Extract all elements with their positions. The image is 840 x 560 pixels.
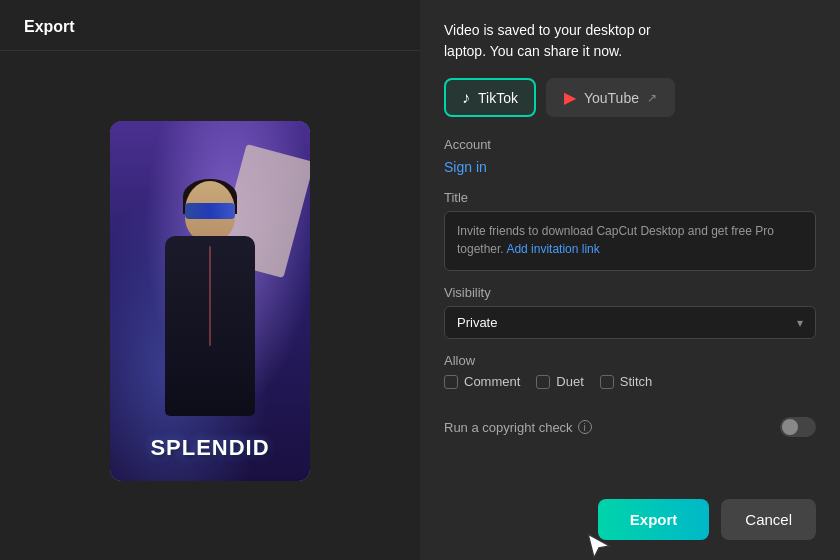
body-detail bbox=[209, 246, 211, 346]
external-link-icon: ↗ bbox=[647, 91, 657, 105]
account-section: Account Sign in bbox=[444, 137, 816, 176]
cursor-arrow bbox=[584, 532, 612, 560]
duet-checkbox[interactable] bbox=[536, 375, 550, 389]
comment-checkbox-item[interactable]: Comment bbox=[444, 374, 520, 389]
video-caption: SPLENDID bbox=[150, 435, 269, 461]
stitch-label: Stitch bbox=[620, 374, 653, 389]
chevron-down-icon: ▾ bbox=[797, 316, 803, 330]
copyright-text: Run a copyright check bbox=[444, 420, 573, 435]
left-panel: Export SPLENDID bbox=[0, 0, 420, 560]
duet-checkbox-item[interactable]: Duet bbox=[536, 374, 583, 389]
copyright-toggle[interactable] bbox=[780, 417, 816, 437]
video-preview-area: SPLENDID bbox=[0, 51, 420, 551]
cancel-button[interactable]: Cancel bbox=[721, 499, 816, 540]
export-title: Export bbox=[0, 0, 420, 51]
bottom-buttons: Export Cancel bbox=[444, 499, 816, 540]
visibility-label: Visibility bbox=[444, 285, 816, 300]
stitch-checkbox[interactable] bbox=[600, 375, 614, 389]
allow-options-row: Comment Duet Stitch bbox=[444, 374, 816, 389]
add-invitation-link[interactable]: Add invitation link bbox=[506, 242, 599, 256]
body bbox=[165, 236, 255, 416]
visibility-value: Private bbox=[457, 315, 497, 330]
tab-youtube[interactable]: ▶ YouTube ↗ bbox=[546, 78, 675, 117]
copyright-row: Run a copyright check i bbox=[444, 417, 816, 437]
comment-checkbox[interactable] bbox=[444, 375, 458, 389]
title-section: Title Invite friends to download CapCut … bbox=[444, 190, 816, 271]
sign-in-link[interactable]: Sign in bbox=[444, 159, 487, 175]
allow-section: Allow Comment Duet Stitch bbox=[444, 353, 816, 389]
toggle-knob bbox=[782, 419, 798, 435]
tiktok-tab-label: TikTok bbox=[478, 90, 518, 106]
head bbox=[185, 181, 235, 241]
copyright-info-icon[interactable]: i bbox=[578, 420, 592, 434]
comment-label: Comment bbox=[464, 374, 520, 389]
person-figure bbox=[140, 181, 280, 441]
title-label: Title bbox=[444, 190, 816, 205]
title-placeholder-text: Invite friends to download CapCut Deskto… bbox=[457, 224, 774, 256]
tab-tiktok[interactable]: ♪ TikTok bbox=[444, 78, 536, 117]
copyright-label: Run a copyright check i bbox=[444, 420, 592, 435]
youtube-tab-label: YouTube bbox=[584, 90, 639, 106]
stitch-checkbox-item[interactable]: Stitch bbox=[600, 374, 653, 389]
visibility-section: Visibility Private ▾ bbox=[444, 285, 816, 339]
account-label: Account bbox=[444, 137, 816, 152]
platform-tabs: ♪ TikTok ▶ YouTube ↗ bbox=[444, 78, 816, 117]
export-button[interactable]: Export bbox=[598, 499, 710, 540]
visibility-dropdown[interactable]: Private ▾ bbox=[444, 306, 816, 339]
right-panel: Video is saved to your desktop orlaptop.… bbox=[420, 0, 840, 560]
title-input[interactable]: Invite friends to download CapCut Deskto… bbox=[444, 211, 816, 271]
glasses bbox=[185, 203, 235, 219]
video-preview: SPLENDID bbox=[110, 121, 310, 481]
youtube-icon: ▶ bbox=[564, 88, 576, 107]
duet-label: Duet bbox=[556, 374, 583, 389]
success-message: Video is saved to your desktop orlaptop.… bbox=[444, 20, 816, 62]
tiktok-icon: ♪ bbox=[462, 89, 470, 107]
allow-label: Allow bbox=[444, 353, 816, 368]
